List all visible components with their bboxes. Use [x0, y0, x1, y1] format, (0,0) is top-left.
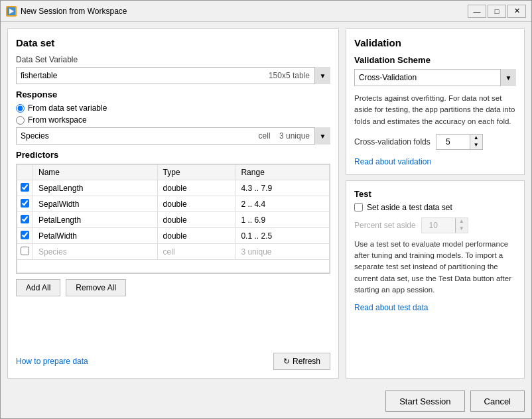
row4-type: double [157, 228, 235, 244]
folds-input[interactable] [436, 135, 470, 149]
response-radio1[interactable] [16, 104, 25, 113]
row2-checkbox-cell[interactable] [17, 196, 33, 212]
folds-row: Cross-validation folds ▲ ▼ [354, 134, 516, 150]
test-checkbox[interactable] [354, 203, 363, 211]
table-row: SepalWidth double 2 .. 4.4 [17, 196, 330, 212]
predictor-buttons: Add All Remove All [16, 279, 330, 296]
response-species-meta: cell 3 unique [259, 131, 310, 141]
predictors-table-header: Name Type Range [17, 165, 330, 180]
table-row: PetalLength double 1 .. 6.9 [17, 212, 330, 228]
empty-cell [17, 260, 330, 273]
left-bottom-bar: How to prepare data ↻ Refresh [16, 353, 330, 370]
response-label: Response [16, 90, 330, 99]
test-description: Use a test set to evaluate model perform… [354, 239, 516, 296]
close-button[interactable]: ✕ [507, 5, 526, 18]
row5-name: Species [33, 244, 158, 260]
validation-link[interactable]: Read about validation [354, 157, 431, 166]
refresh-button[interactable]: ↻ Refresh [273, 353, 330, 370]
percent-spinbox: ▲ ▼ [421, 217, 468, 233]
table-row: SepalLength double 4.3 .. 7.9 [17, 180, 330, 196]
response-radio2[interactable] [16, 116, 25, 125]
row5-type: cell [157, 244, 235, 260]
validation-scheme-value: Cross-Validation [359, 73, 417, 82]
minimize-button[interactable]: — [468, 5, 486, 18]
row3-range: 1 .. 6.9 [235, 212, 330, 228]
folds-spinbox-buttons: ▲ ▼ [470, 135, 482, 149]
dataset-variable-size: 150x5 table [269, 71, 310, 80]
table-row: PetalWidth double 0.1 .. 2.5 [17, 228, 330, 244]
row1-range: 4.3 .. 7.9 [235, 180, 330, 196]
start-session-button[interactable]: Start Session [385, 390, 464, 412]
validation-title: Validation [354, 37, 516, 48]
dataset-variable-select-wrapper: fishertable 150x5 table ▼ [16, 67, 330, 84]
test-title: Test [354, 189, 516, 199]
row3-checkbox[interactable] [21, 215, 29, 223]
dataset-variable-value: fishertable [21, 71, 57, 80]
refresh-icon: ↻ [283, 357, 290, 366]
dataset-section-title: Data set [16, 37, 330, 48]
response-variable-select-wrapper: Species cell 3 unique ▼ [16, 127, 330, 145]
col-type: Type [157, 165, 235, 180]
folds-decrement-button[interactable]: ▼ [470, 142, 482, 149]
validation-scheme-select[interactable]: Cross-Validation [354, 69, 516, 86]
remove-all-button[interactable]: Remove All [66, 279, 126, 296]
test-checkbox-row: Set aside a test data set [354, 203, 516, 212]
response-option2-label: From workspace [28, 115, 87, 125]
percent-increment-button: ▲ [456, 218, 468, 225]
row5-checkbox[interactable] [21, 247, 29, 255]
right-panels: Validation Validation Scheme Cross-Valid… [346, 29, 525, 379]
folds-increment-button[interactable]: ▲ [470, 135, 482, 142]
response-variable-select[interactable]: Species cell 3 unique [16, 127, 330, 145]
row1-checkbox[interactable] [21, 183, 29, 192]
col-checkbox [17, 165, 33, 180]
main-window: New Session from Workspace — □ ✕ Data se… [0, 0, 532, 419]
predictors-label: Predictors [16, 150, 330, 160]
response-option1[interactable]: From data set variable [16, 103, 330, 113]
percent-row: Percent set aside ▲ ▼ [354, 217, 516, 233]
validation-panel: Validation Validation Scheme Cross-Valid… [346, 29, 525, 175]
title-bar: New Session from Workspace — □ ✕ [1, 1, 531, 22]
response-radio-group: From data set variable From workspace [16, 103, 330, 125]
test-data-link[interactable]: Read about test data [354, 303, 428, 312]
validation-scheme-label: Validation Scheme [354, 55, 516, 65]
row4-checkbox[interactable] [21, 231, 29, 239]
predictors-table-wrapper: Name Type Range SepalLength double 4.3 .… [16, 164, 330, 274]
row4-checkbox-cell[interactable] [17, 228, 33, 244]
percent-input [422, 218, 455, 233]
row4-name: PetalWidth [33, 228, 158, 244]
validation-description: Protects against overfitting. For data n… [354, 93, 516, 127]
row5-range: 3 unique [235, 244, 330, 260]
dataset-variable-label: Data Set Variable [16, 55, 330, 64]
cancel-button[interactable]: Cancel [470, 390, 525, 412]
response-option1-label: From data set variable [28, 103, 107, 113]
app-icon [6, 6, 17, 17]
row4-range: 0.1 .. 2.5 [235, 228, 330, 244]
row3-checkbox-cell[interactable] [17, 212, 33, 228]
percent-decrement-button: ▼ [456, 225, 468, 233]
content-area: Data set Data Set Variable fishertable 1… [1, 22, 531, 385]
dataset-variable-select[interactable]: fishertable 150x5 table [16, 67, 330, 84]
maximize-button[interactable]: □ [488, 5, 506, 18]
window-controls: — □ ✕ [468, 5, 526, 18]
row2-range: 2 .. 4.4 [235, 196, 330, 212]
row1-checkbox-cell[interactable] [17, 180, 33, 196]
folds-label: Cross-validation folds [354, 137, 431, 147]
col-range: Range [235, 165, 330, 180]
left-panel: Data set Data Set Variable fishertable 1… [7, 29, 339, 379]
response-section: Response From data set variable From wor… [16, 90, 330, 145]
col-name: Name [33, 165, 158, 180]
prepare-data-link[interactable]: How to prepare data [16, 357, 88, 366]
footer-buttons: Start Session Cancel [1, 385, 531, 418]
response-option2[interactable]: From workspace [16, 115, 330, 125]
response-species-value: Species [21, 131, 49, 141]
test-panel: Test Set aside a test data set Percent s… [346, 180, 525, 379]
table-row: Species cell 3 unique [17, 244, 330, 260]
row3-type: double [157, 212, 235, 228]
dataset-variable-section: Data Set Variable fishertable 150x5 tabl… [16, 55, 330, 84]
row2-checkbox[interactable] [21, 199, 29, 208]
row5-checkbox-cell[interactable] [17, 244, 33, 260]
row1-name: SepalLength [33, 180, 158, 196]
predictors-table: Name Type Range SepalLength double 4.3 .… [17, 164, 330, 273]
test-checkbox-label: Set aside a test data set [367, 203, 452, 212]
add-all-button[interactable]: Add All [16, 279, 60, 296]
